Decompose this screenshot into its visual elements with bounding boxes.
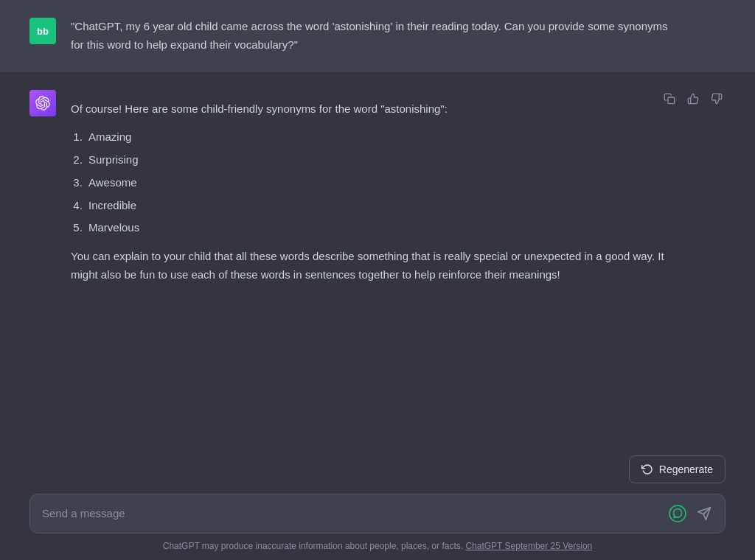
svg-point-1 [669,505,686,522]
list-item: Incredible [86,197,675,215]
chatgpt-circle-button[interactable] [667,503,688,524]
list-item: Awesome [86,174,675,192]
assistant-intro: Of course! Here are some child-friendly … [71,100,675,119]
user-message: bb "ChatGPT, my 6 year old child came ac… [0,0,755,72]
send-icon [697,506,711,521]
footer-version-link[interactable]: ChatGPT September 25 Version [465,541,592,551]
bottom-section: Regenerate ChatGPT may produce inaccurat… [0,444,755,560]
chatgpt-logo-icon [35,96,50,111]
assistant-message-content: Of course! Here are some child-friendly … [71,90,675,295]
thumbs-down-button[interactable] [708,90,726,108]
synonyms-list: AmazingSurprisingAwesomeIncredibleMarvel… [71,128,675,237]
thumbs-down-icon [711,93,723,105]
input-area [29,494,726,533]
thumbs-up-icon [687,93,699,105]
message-input[interactable] [42,505,660,522]
send-button[interactable] [695,505,713,522]
message-actions [661,90,726,108]
chatgpt-circle-icon [669,505,686,522]
user-avatar: bb [29,18,56,44]
regenerate-button[interactable]: Regenerate [629,455,726,483]
copy-icon [664,93,675,105]
regenerate-icon [641,463,653,475]
assistant-explanation: You can explain to your child that all t… [71,248,675,284]
list-item: Amazing [86,128,675,147]
chat-container: bb "ChatGPT, my 6 year old child came ac… [0,0,755,444]
regenerate-row: Regenerate [29,455,726,483]
assistant-message: Of course! Here are some child-friendly … [0,72,755,312]
thumbs-up-button[interactable] [684,90,702,108]
list-item: Surprising [86,151,675,169]
list-item: Marvelous [86,219,675,237]
user-message-content: "ChatGPT, my 6 year old child came acros… [71,18,675,55]
footer: ChatGPT may produce inaccurate informati… [29,533,726,560]
copy-button[interactable] [661,90,678,108]
svg-rect-0 [668,97,675,104]
assistant-avatar [29,90,56,116]
